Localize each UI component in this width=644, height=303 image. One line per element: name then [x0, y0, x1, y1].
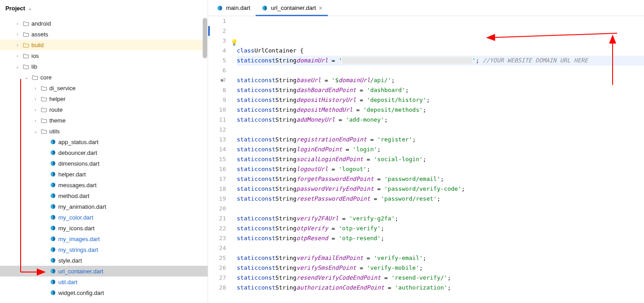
project-header[interactable]: Project ⌄	[0, 0, 208, 16]
tree-item-core[interactable]: ⌄core	[0, 72, 208, 83]
close-icon[interactable]: ×	[319, 4, 322, 12]
tree-item-label: widget.config.dart	[58, 290, 104, 296]
tab-main-dart[interactable]: main.dart	[211, 0, 256, 16]
tree-item-app-status-dart[interactable]: app_status.dart	[0, 136, 208, 147]
tree-item-di-service[interactable]: ›di_service	[0, 83, 208, 93]
chevron-down-icon[interactable]: ⌄	[32, 129, 39, 134]
chevron-placeholder	[41, 290, 48, 295]
tree-item-label: theme	[49, 117, 65, 124]
code-line[interactable]: static const String depositHistoryUrl = …	[237, 95, 644, 105]
line-number: 14	[212, 145, 226, 154]
tree-item-my-color-dart[interactable]: my_color.dart	[0, 212, 208, 223]
tree-item-label: route	[49, 106, 63, 113]
code-line[interactable]	[237, 66, 644, 75]
chevron-right-icon[interactable]: ›	[14, 43, 21, 48]
breakpoint-dot-icon[interactable]	[221, 79, 223, 82]
tree-item-util-dart[interactable]: util.dart	[0, 277, 208, 287]
tree-item-url-container-dart[interactable]: url_container.dart	[0, 266, 208, 277]
tree-item-dimensions-dart[interactable]: dimensions.dart	[0, 158, 208, 169]
tree-item-theme[interactable]: ›theme	[0, 115, 208, 126]
chevron-down-icon[interactable]: ⌄	[14, 64, 21, 69]
tree-item-method-dart[interactable]: method.dart	[0, 190, 208, 201]
line-number: 22	[212, 224, 226, 233]
tree-item-lib[interactable]: ⌄lib	[0, 61, 208, 72]
code-line[interactable]: static const String registrationEndPoint…	[237, 135, 644, 145]
tree-item-widget-config-dart[interactable]: widget.config.dart	[0, 287, 208, 298]
tree-item-my-icons-dart[interactable]: my_icons.dart	[0, 223, 208, 233]
dart-file-icon	[49, 138, 57, 145]
folder-icon	[40, 106, 48, 113]
chevron-right-icon[interactable]: ›	[14, 32, 21, 37]
code-line[interactable]: static const String verifyEmailEndPoint …	[237, 253, 644, 263]
line-number: 7	[212, 75, 226, 85]
chevron-placeholder	[41, 258, 48, 263]
tree-item-label: url_container.dart	[58, 268, 103, 275]
scrollbar-thumb[interactable]	[203, 18, 207, 58]
tree-item-helper-dart[interactable]: helper.dart	[0, 169, 208, 180]
code-line[interactable]: static const String depositMethodUrl = '…	[237, 105, 644, 115]
code-line[interactable]: static const String addMoneyUrl = 'add-m…	[237, 115, 644, 125]
line-numbers: 1234567891011121314151617181920212223242…	[212, 16, 230, 303]
tree-item-label: method.dart	[58, 193, 89, 199]
code-line[interactable]	[237, 125, 644, 135]
tree-item-my-images-dart[interactable]: my_images.dart	[0, 233, 208, 244]
tree-item-assets[interactable]: ›assets	[0, 29, 208, 40]
tree-item-android[interactable]: ›android	[0, 18, 208, 29]
tree-item-debouncer-dart[interactable]: debouncer.dart	[0, 147, 208, 158]
tree-item-messages-dart[interactable]: messages.dart	[0, 180, 208, 190]
chevron-down-icon: ⌄	[27, 6, 33, 11]
tree-item-label: build	[31, 42, 44, 48]
tab-url-container-dart[interactable]: url_container.dart×	[256, 0, 328, 16]
code-line[interactable]: static const String loginEndPoint = 'log…	[237, 145, 644, 154]
line-number: 4	[212, 46, 226, 56]
line-number: 19	[212, 194, 226, 204]
code-line[interactable]: static const String socialLoginEndPoint …	[237, 154, 644, 164]
code-line[interactable]: static const String logoutUrl = 'logout'…	[237, 164, 644, 174]
editor[interactable]: 1234567891011121314151617181920212223242…	[208, 16, 644, 303]
tree-item-build[interactable]: ›build	[0, 40, 208, 50]
dart-file-icon	[49, 149, 57, 156]
code-line[interactable]: static const String otpResend = 'otp-res…	[237, 233, 644, 243]
tree-item-style-dart[interactable]: style.dart	[0, 255, 208, 266]
tree-item-label: my_animation.dart	[58, 203, 106, 210]
code-line[interactable]: static const String verifySmsEndPoint = …	[237, 263, 644, 273]
code-line[interactable]	[237, 293, 644, 303]
code-line[interactable]: static const String baseUrl = '$domainUr…	[237, 75, 644, 85]
tree-item-my-animation-dart[interactable]: my_animation.dart	[0, 201, 208, 212]
chevron-right-icon[interactable]: ›	[14, 21, 21, 26]
code-line[interactable]	[237, 204, 644, 214]
tree-item-ios[interactable]: ›ios	[0, 50, 208, 61]
code-line[interactable]: static const String otpVerify = 'otp-ver…	[237, 224, 644, 233]
code-line[interactable]: static const String authorizationCodeEnd…	[237, 283, 644, 293]
code-line[interactable]: static const String resetPasswordEndPoin…	[237, 194, 644, 204]
tree-item-helper[interactable]: ›helper	[0, 93, 208, 104]
tree-item-label: messages.dart	[58, 182, 96, 189]
chevron-placeholder	[41, 140, 48, 145]
tree-item-utils[interactable]: ⌄utils	[0, 126, 208, 136]
code-line[interactable]: class UrlContainer {	[237, 46, 644, 56]
code-line[interactable]: static const String verify2FAUrl = 'veri…	[237, 214, 644, 224]
code-line[interactable]: static const String passwordVerifyEndPoi…	[237, 184, 644, 194]
code-line[interactable]: static const String resendVerifyCodeEndP…	[237, 273, 644, 283]
chevron-placeholder	[41, 226, 48, 231]
code-area[interactable]: 💡 class UrlContainer { static const Stri…	[230, 16, 644, 303]
dart-file-icon	[49, 171, 57, 178]
code-line[interactable]: static const String domainUrl = ''; //YO…	[237, 56, 644, 66]
chevron-down-icon[interactable]: ⌄	[23, 75, 30, 80]
code-line[interactable]: static const String forgetPasswordEndPoi…	[237, 174, 644, 184]
tree-item-my-strings-dart[interactable]: my_strings.dart	[0, 244, 208, 255]
project-tree[interactable]: ›android›assets›build›ios⌄lib⌄core›di_se…	[0, 16, 208, 303]
chevron-right-icon[interactable]: ›	[32, 118, 39, 123]
dart-file-icon	[49, 278, 57, 285]
tree-item-route[interactable]: ›route	[0, 104, 208, 115]
chevron-right-icon[interactable]: ›	[14, 53, 21, 58]
line-number: 8	[212, 85, 226, 95]
line-number: 28	[212, 283, 226, 293]
chevron-right-icon[interactable]: ›	[32, 86, 39, 91]
dart-file-icon	[49, 224, 57, 232]
code-line[interactable]	[237, 243, 644, 253]
code-line[interactable]: static const String dashBoardEndPoint = …	[237, 85, 644, 95]
chevron-right-icon[interactable]: ›	[32, 97, 39, 101]
tree-item-label: di_service	[49, 85, 76, 92]
chevron-right-icon[interactable]: ›	[32, 107, 39, 112]
